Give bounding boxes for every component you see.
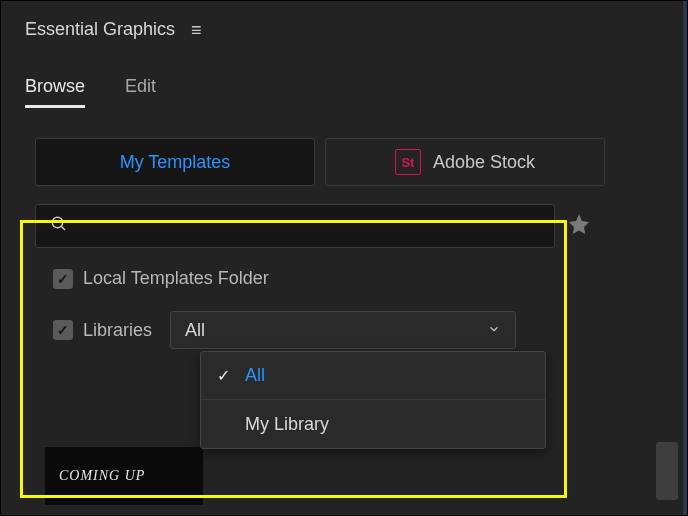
- checkbox-libraries[interactable]: ✓: [53, 320, 73, 340]
- adobe-stock-icon: St: [395, 149, 421, 175]
- search-input[interactable]: [78, 217, 540, 235]
- source-my-templates[interactable]: My Templates: [35, 138, 315, 186]
- libraries-dropdown-wrap: All ✓ All My Library: [170, 311, 516, 349]
- search-icon: [50, 215, 68, 237]
- template-thumbnail-text: COMING UP: [59, 468, 145, 484]
- template-thumbnail[interactable]: COMING UP: [45, 447, 203, 505]
- option-label: Libraries: [83, 320, 152, 341]
- chevron-down-icon: [487, 320, 501, 341]
- tab-browse[interactable]: Browse: [25, 76, 85, 108]
- panel-header: Essential Graphics ≡: [1, 1, 687, 46]
- search-box[interactable]: [35, 204, 555, 248]
- panel-menu-icon[interactable]: ≡: [191, 21, 202, 39]
- checkbox-local-templates[interactable]: ✓: [53, 269, 73, 289]
- tab-bar: Browse Edit: [1, 46, 687, 108]
- filter-options: ✓ Local Templates Folder ✓ Libraries All…: [1, 248, 687, 349]
- panel-title: Essential Graphics: [25, 19, 175, 40]
- source-label: My Templates: [120, 152, 231, 173]
- option-label: Local Templates Folder: [83, 268, 269, 289]
- source-toggle-group: My Templates St Adobe Stock: [1, 108, 687, 186]
- essential-graphics-panel: Essential Graphics ≡ Browse Edit My Temp…: [0, 0, 688, 516]
- panel-right-edge: [683, 1, 687, 515]
- favorites-star-icon[interactable]: [567, 212, 591, 240]
- svg-point-0: [52, 217, 63, 228]
- source-adobe-stock[interactable]: St Adobe Stock: [325, 138, 605, 186]
- option-local-templates[interactable]: ✓ Local Templates Folder: [53, 268, 653, 289]
- option-libraries: ✓ Libraries All ✓ All My Library: [53, 311, 653, 349]
- svg-line-1: [61, 226, 65, 230]
- dropdown-item-label: My Library: [245, 414, 329, 435]
- tab-edit[interactable]: Edit: [125, 76, 156, 108]
- dropdown-item-all[interactable]: ✓ All: [201, 352, 545, 400]
- search-row: [1, 186, 687, 248]
- check-icon: ✓: [217, 366, 233, 385]
- dropdown-item-my-library[interactable]: My Library: [201, 400, 545, 448]
- source-label: Adobe Stock: [433, 152, 535, 173]
- scrollbar-thumb[interactable]: [656, 442, 678, 500]
- dropdown-item-label: All: [245, 365, 265, 386]
- libraries-dropdown[interactable]: All: [170, 311, 516, 349]
- dropdown-selected-value: All: [185, 320, 205, 341]
- libraries-dropdown-menu: ✓ All My Library: [200, 351, 546, 449]
